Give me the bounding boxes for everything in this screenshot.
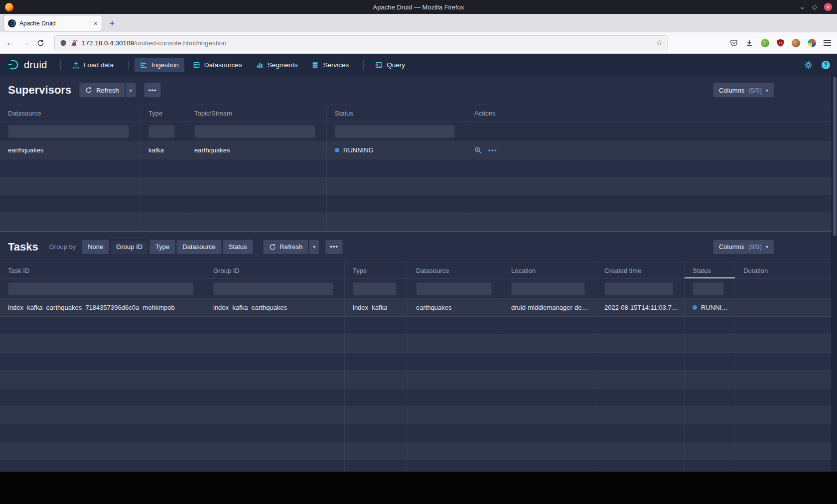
filter-type-input[interactable]	[148, 125, 175, 138]
nav-segments[interactable]: Segments	[251, 58, 303, 72]
table-row-empty	[0, 353, 837, 371]
group-by-type-button[interactable]: Type	[149, 240, 175, 254]
tab-title: Apache Druid	[19, 20, 90, 27]
column-header-status[interactable]: Status	[327, 105, 466, 121]
group-by-group-id-button[interactable]: Group ID	[110, 240, 148, 254]
filter-status-input[interactable]	[693, 282, 724, 295]
browser-tab-apache-druid[interactable]: Apache Druid ×	[4, 15, 102, 31]
column-header-type[interactable]: Type	[345, 262, 408, 278]
group-by-label: Group by	[49, 243, 76, 251]
tracking-protection-shield-icon[interactable]	[60, 39, 67, 47]
row-more-actions-icon[interactable]: •••	[488, 146, 497, 154]
group-by-none-button[interactable]: None	[82, 240, 109, 254]
supervisors-refresh-button[interactable]: Refresh	[79, 83, 125, 98]
group-by-datasource-button[interactable]: Datasource	[176, 240, 221, 254]
filter-task-id-input[interactable]	[8, 282, 194, 295]
task-group-id: index_kafka_earthquakes	[205, 299, 345, 316]
window-minimize-icon[interactable]: ⌄	[800, 3, 805, 11]
nav-services[interactable]: Services	[306, 58, 354, 72]
task-created-time: 2022-08-15T14:11:03.740Z	[596, 299, 685, 316]
column-header-location[interactable]: Location	[503, 262, 596, 278]
nav-ingestion[interactable]: Ingestion	[135, 58, 184, 72]
divider	[363, 60, 364, 70]
tasks-refresh-caret-button[interactable]: ▾	[309, 240, 319, 254]
vertical-scrollbar[interactable]	[832, 76, 837, 472]
menu-icon[interactable]	[824, 40, 831, 46]
nav-label: Load data	[84, 61, 114, 69]
supervisor-row-earthquakes[interactable]: earthquakes kafka earthquakes RUNNING ••…	[0, 141, 837, 159]
supervisors-filter-row	[0, 122, 837, 141]
column-header-group-id[interactable]: Group ID	[205, 262, 345, 278]
supervisors-columns-button[interactable]: Columns (5/5) ▾	[713, 83, 774, 98]
nav-label: Datasources	[204, 61, 242, 69]
tab-close-icon[interactable]: ×	[94, 19, 98, 27]
group-by-button-group: None Group ID Type Datasource Status	[82, 240, 253, 254]
column-header-status[interactable]: Status	[685, 262, 735, 278]
table-row-empty	[0, 424, 837, 442]
settings-gear-icon[interactable]	[804, 61, 813, 69]
druid-logo[interactable]: druid	[7, 59, 47, 71]
table-row-empty	[0, 159, 837, 177]
filter-created-time-input[interactable]	[604, 282, 673, 295]
nav-load-data[interactable]: Load data	[67, 58, 119, 72]
url-bar[interactable]: 172.18.0.4:30109/unified-console.html#in…	[54, 35, 668, 50]
column-header-type[interactable]: Type	[140, 105, 186, 121]
tasks-refresh-button[interactable]: Refresh	[263, 240, 309, 254]
column-header-datasource[interactable]: Datasource	[408, 262, 503, 278]
browser-toolbar: ← → 172.18.0.4:30109/unified-console.htm…	[0, 32, 837, 54]
ublock-origin-icon[interactable]: u	[777, 39, 784, 47]
chevron-down-icon: ▾	[130, 88, 132, 93]
table-row-empty	[0, 371, 837, 388]
help-icon[interactable]: ?	[822, 61, 830, 69]
nav-datasources[interactable]: Datasources	[187, 58, 248, 72]
supervisors-title: Supervisors	[8, 84, 71, 97]
group-by-status-button[interactable]: Status	[223, 240, 253, 254]
column-header-created-time[interactable]: Created time	[596, 262, 685, 278]
table-row-empty	[0, 195, 837, 213]
extension-avatar-icon[interactable]	[792, 39, 800, 47]
filter-status-input[interactable]	[335, 125, 455, 138]
supervisor-type: kafka	[140, 141, 186, 159]
datasources-icon	[193, 61, 200, 69]
supervisors-more-button[interactable]: •••	[144, 83, 161, 98]
filter-group-id-input[interactable]	[213, 282, 333, 295]
filter-datasource-input[interactable]	[8, 125, 129, 138]
status-dot-running	[335, 148, 339, 152]
new-tab-button[interactable]: +	[105, 16, 120, 31]
pocket-icon[interactable]	[730, 39, 738, 47]
tasks-columns-button[interactable]: Columns (9/9) ▾	[713, 240, 774, 254]
nav-label: Services	[323, 61, 349, 69]
filter-type-input[interactable]	[353, 282, 397, 295]
supervisors-refresh-caret-button[interactable]: ▾	[126, 83, 136, 98]
back-icon[interactable]: ←	[6, 38, 14, 48]
column-header-actions[interactable]: Actions	[466, 105, 837, 121]
filter-location-input[interactable]	[511, 282, 585, 295]
forward-icon[interactable]: →	[21, 38, 30, 48]
tasks-more-button[interactable]: •••	[325, 240, 343, 254]
supervisor-datasource: earthquakes	[0, 141, 140, 159]
task-row-index-kafka-earthquakes[interactable]: index_kafka_earthquakes_7184357396d6c0a_…	[0, 299, 837, 317]
column-header-topic-stream[interactable]: Topic/Stream	[186, 105, 327, 121]
column-header-duration[interactable]: Duration	[735, 262, 837, 278]
insecure-lock-icon[interactable]	[71, 39, 78, 47]
extension-green-icon[interactable]	[761, 39, 769, 47]
reload-icon[interactable]	[37, 39, 44, 47]
bookmark-star-icon[interactable]: ☆	[656, 38, 663, 47]
segments-icon	[256, 61, 264, 69]
column-header-task-id[interactable]: Task ID	[0, 262, 205, 278]
nav-label: Segments	[268, 61, 298, 69]
window-close-icon[interactable]: ×	[824, 3, 832, 11]
filter-topic-stream-input[interactable]	[194, 125, 315, 138]
window-maximize-icon[interactable]: ◇	[812, 3, 817, 11]
columns-label: Columns	[719, 243, 744, 251]
zoom-in-icon[interactable]	[474, 146, 482, 154]
downloads-icon[interactable]	[745, 39, 753, 47]
filter-datasource-input[interactable]	[416, 282, 492, 295]
nav-query[interactable]: Query	[370, 58, 411, 72]
extension-pinwheel-icon[interactable]	[808, 39, 816, 47]
window-titlebar: Apache Druid — Mozilla Firefox ⌄ ◇ ×	[0, 0, 837, 14]
desktop-background	[0, 472, 837, 504]
column-header-datasource[interactable]: Datasource	[0, 105, 140, 121]
supervisors-toolbar: Supervisors Refresh ▾ ••• Columns (5/5) …	[0, 76, 837, 105]
scrollbar-thumb[interactable]	[833, 77, 837, 236]
